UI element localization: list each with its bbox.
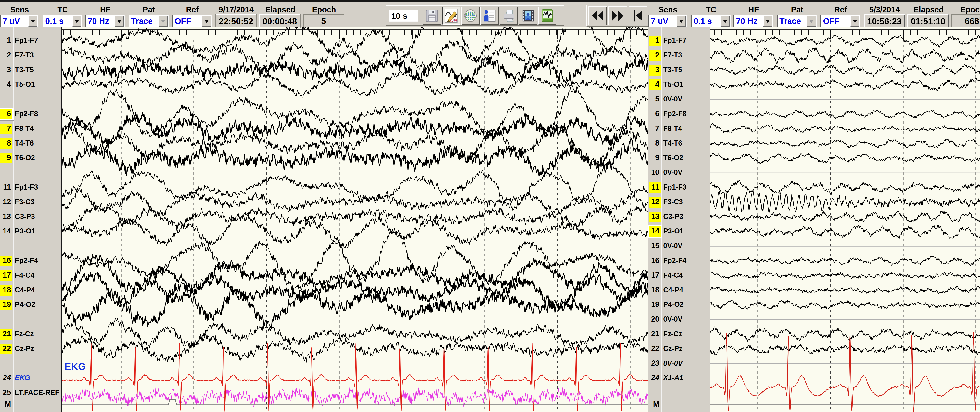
pat-dropdown[interactable]: Trace xyxy=(129,15,169,28)
tc-dropdown[interactable]: 0.1 s xyxy=(43,15,82,28)
sens-dropdown[interactable]: 7 uV xyxy=(648,15,687,28)
page-span-dropdown[interactable]: 10 s xyxy=(389,10,418,22)
channel-label[interactable]: Fp2-F4 xyxy=(663,256,686,265)
channel-number[interactable]: M xyxy=(0,400,11,409)
channel-label[interactable]: T3-T5 xyxy=(663,66,682,74)
channel-number[interactable]: 1 xyxy=(648,36,659,45)
dropdown-arrow-button[interactable] xyxy=(721,16,730,27)
channel-label[interactable]: T5-O1 xyxy=(663,80,683,88)
channel-number[interactable]: 24 xyxy=(0,374,11,382)
channel-number[interactable]: M xyxy=(648,400,659,409)
channel-label[interactable]: P3-O1 xyxy=(663,227,684,235)
hf-dropdown[interactable]: 70 Hz xyxy=(85,15,125,28)
channel-number[interactable]: 11 xyxy=(648,183,659,191)
channel-label[interactable]: T3-T5 xyxy=(15,66,34,74)
clock-button[interactable]: 22:50:52 xyxy=(216,14,256,28)
dropdown-arrow-button[interactable] xyxy=(850,16,859,27)
dropdown-arrow-button[interactable] xyxy=(202,16,211,27)
channel-number[interactable]: 19 xyxy=(0,300,11,308)
elapsed-button[interactable]: 00:00:48 xyxy=(259,14,300,28)
channel-number[interactable]: 17 xyxy=(648,271,659,279)
channel-number[interactable]: 8 xyxy=(648,139,659,147)
channel-label[interactable]: C4-P4 xyxy=(663,286,683,294)
clock-button[interactable]: 10:56:23 xyxy=(864,14,905,28)
channel-label[interactable]: 0V-0V xyxy=(663,242,682,250)
channel-number[interactable]: 7 xyxy=(0,124,11,133)
dropdown-arrow-button[interactable] xyxy=(29,16,37,27)
channel-label[interactable]: F7-T3 xyxy=(15,51,34,59)
channel-label[interactable]: F4-C4 xyxy=(15,271,35,279)
channel-number[interactable]: 1 xyxy=(0,36,11,45)
channel-number[interactable]: 25 xyxy=(0,388,11,397)
channel-label[interactable]: P4-O2 xyxy=(15,300,35,308)
channel-number[interactable]: 18 xyxy=(648,286,659,294)
channel-number[interactable]: 16 xyxy=(0,256,11,265)
channel-number[interactable]: 21 xyxy=(0,330,11,338)
channel-label[interactable]: Cz-Pz xyxy=(663,345,682,353)
channel-label[interactable]: 0V-0V xyxy=(663,168,682,177)
channel-number[interactable]: 15 xyxy=(648,241,659,250)
channel-label[interactable]: F4-C4 xyxy=(663,271,683,279)
channel-number[interactable]: 24 xyxy=(648,374,659,382)
channel-number[interactable]: 5 xyxy=(648,95,659,103)
channel-number[interactable]: 13 xyxy=(0,212,11,221)
dropdown-arrow-button[interactable] xyxy=(677,16,686,27)
channel-number[interactable]: 6 xyxy=(0,110,11,118)
channel-label[interactable]: F3-C3 xyxy=(663,198,683,206)
channel-label[interactable]: F8-T4 xyxy=(663,125,682,133)
channel-number[interactable]: 9 xyxy=(0,153,11,162)
channel-label[interactable]: 0V-0V xyxy=(663,359,682,367)
channel-label[interactable]: T5-O1 xyxy=(15,80,35,88)
channel-label[interactable]: T6-O2 xyxy=(663,153,683,162)
channel-label[interactable]: T4-T6 xyxy=(15,139,34,147)
channel-label[interactable]: EKG xyxy=(15,374,30,382)
channel-label[interactable]: F7-T3 xyxy=(663,51,682,59)
channel-number[interactable]: 22 xyxy=(0,344,11,353)
channel-number[interactable]: 9 xyxy=(648,153,659,162)
dropdown-arrow-button[interactable] xyxy=(807,16,816,27)
channel-number[interactable]: 4 xyxy=(648,80,659,88)
channel-label[interactable]: F8-T4 xyxy=(15,125,34,133)
dropdown-arrow-button[interactable] xyxy=(159,16,167,27)
channel-number[interactable]: 22 xyxy=(648,344,659,353)
channel-label[interactable]: P4-O2 xyxy=(663,300,684,308)
channel-label[interactable]: Fp2-F8 xyxy=(15,110,38,118)
channel-number[interactable]: 2 xyxy=(648,51,659,59)
go-start-button[interactable] xyxy=(628,6,648,25)
channel-number[interactable]: 16 xyxy=(648,256,659,265)
channel-label[interactable]: Fp1-F3 xyxy=(15,183,38,191)
channel-number[interactable]: 20 xyxy=(648,315,659,323)
page-forward-button[interactable] xyxy=(608,6,627,25)
patient-report-button[interactable] xyxy=(480,7,499,25)
channel-number[interactable]: 14 xyxy=(648,227,659,235)
channel-label[interactable]: T4-T6 xyxy=(663,139,682,147)
channel-number[interactable]: 17 xyxy=(0,271,11,279)
dropdown-arrow-button[interactable] xyxy=(115,16,124,27)
channel-label[interactable]: Fz-Cz xyxy=(663,330,682,338)
trace-area-right[interactable] xyxy=(710,27,980,412)
video-button[interactable] xyxy=(519,7,537,25)
channel-label[interactable]: C4-P4 xyxy=(15,286,35,294)
channel-number[interactable]: 13 xyxy=(648,212,659,221)
page-back-button[interactable] xyxy=(588,6,607,25)
channel-number[interactable]: 4 xyxy=(0,80,11,88)
ref-dropdown[interactable]: OFF xyxy=(172,15,212,28)
print-button[interactable] xyxy=(500,7,518,25)
signal-button[interactable] xyxy=(538,7,557,25)
channel-number[interactable]: 8 xyxy=(0,139,11,147)
channel-label[interactable]: F3-C3 xyxy=(15,198,35,206)
channel-number[interactable]: 21 xyxy=(648,330,659,338)
ref-dropdown[interactable]: OFF xyxy=(821,15,861,28)
elapsed-button[interactable]: 01:51:10 xyxy=(907,14,949,28)
tc-dropdown[interactable]: 0.1 s xyxy=(691,15,731,28)
channel-label[interactable]: C3-P3 xyxy=(15,212,35,221)
channel-label[interactable]: X1-A1 xyxy=(663,374,683,382)
sens-dropdown[interactable]: 7 uV xyxy=(0,15,38,28)
channel-number[interactable]: 23 xyxy=(648,359,659,367)
channel-label[interactable]: Fp1-F7 xyxy=(663,36,686,45)
channel-label[interactable]: Fp1-F7 xyxy=(15,36,38,45)
channel-label[interactable]: 0V-0V xyxy=(663,315,682,323)
channel-number[interactable]: 6 xyxy=(648,110,659,118)
trace-on-button[interactable]: ON xyxy=(442,7,460,25)
channel-label[interactable]: Fp1-F3 xyxy=(663,183,686,191)
